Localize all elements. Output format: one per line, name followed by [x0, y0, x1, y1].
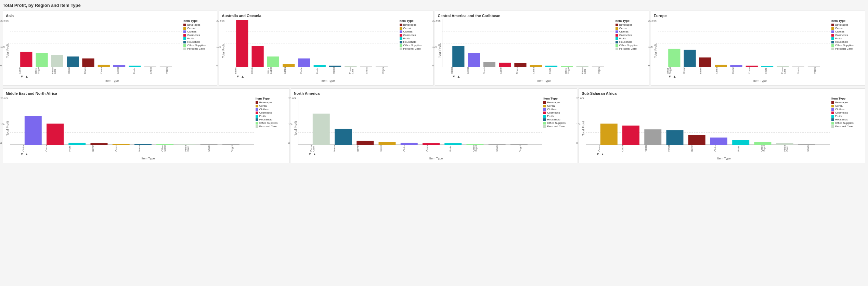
svg-rect-24	[514, 63, 526, 67]
sort-desc-button[interactable]: ▼	[596, 152, 599, 156]
sort-asc-button[interactable]: ▲	[673, 75, 676, 78]
x-label-cereal: Cereal	[380, 145, 403, 152]
legend-item-office-supplies: Office Supplies	[616, 44, 646, 47]
legend-label: Fruits	[619, 37, 626, 40]
sort-desc-button[interactable]: ▼	[20, 152, 24, 156]
legend-label: Cereal	[259, 104, 268, 107]
legend-title: Item Type	[543, 97, 574, 100]
chart-panel-middle-east-and-north-africa: Middle East and North AfricaTotal Profit…	[3, 88, 289, 163]
legend-item-household: Household	[543, 118, 574, 121]
y-axis-label: Total Profit	[654, 43, 657, 58]
chart-title: Central America and the Caribbean	[438, 14, 646, 18]
axis-mid-label: 10k	[216, 45, 221, 48]
chart-title: Asia	[6, 14, 214, 18]
x-label-beverages: Beverages	[699, 67, 716, 74]
sort-desc-button[interactable]: ▼	[308, 152, 312, 156]
y-axis-label: Total Profit	[6, 121, 9, 136]
legend-label: Office Supplies	[835, 121, 854, 125]
x-label-fruits: Fruits	[68, 145, 92, 152]
legend-color-swatch	[616, 34, 618, 37]
sort-asc-button[interactable]: ▲	[313, 152, 316, 156]
legend-label: Beverages	[835, 101, 848, 104]
x-label-vegetables: Vegetables	[166, 67, 182, 74]
legend-label: Cereal	[835, 27, 843, 30]
legend-label: Office Supplies	[619, 44, 638, 47]
svg-rect-41	[47, 124, 64, 145]
legend-color-swatch	[183, 44, 186, 47]
x-label-household: Household	[451, 67, 467, 74]
legend-label: Office Supplies	[403, 44, 422, 47]
legend-item-cosmetics: Cosmetics	[256, 111, 286, 114]
sort-asc-button[interactable]: ▲	[601, 152, 604, 156]
legend-item-clothes: Clothes	[543, 108, 574, 111]
x-label-personal-care: Personal Care	[781, 67, 798, 74]
sort-asc-button[interactable]: ▲	[25, 75, 28, 78]
chart-panel-australia-and-oceania: Australia and OceaniaTotal Profit20.65k1…	[219, 11, 433, 86]
sort-asc-button[interactable]: ▲	[241, 75, 244, 78]
sort-controls: ▼▲	[20, 152, 286, 156]
x-label-fruits: Fruits	[449, 145, 472, 152]
legend-color-swatch	[831, 37, 834, 40]
sort-desc-button[interactable]: ▼	[20, 75, 24, 78]
x-label-cosmetics: Cosmetics	[621, 145, 645, 152]
legend-item-cereal: Cereal	[400, 27, 430, 30]
sort-asc-button[interactable]: ▲	[25, 152, 28, 156]
x-labels: CerealCosmeticsVegetablesHouseholdBevera…	[586, 145, 830, 152]
legend-label: Personal Care	[403, 47, 421, 50]
svg-rect-22	[483, 62, 495, 67]
legend-label: Office Supplies	[187, 44, 206, 47]
legend-color-swatch	[616, 48, 618, 50]
y-axis-label: Total Profit	[438, 43, 441, 58]
legend-label: Cereal	[187, 27, 195, 30]
legend-item-office-supplies: Office Supplies	[256, 121, 286, 125]
svg-rect-12	[267, 56, 279, 67]
sort-desc-button[interactable]: ▼	[236, 75, 239, 78]
x-label-snacks: Snacks	[365, 67, 382, 74]
axis-max-label: 20.65k	[288, 97, 297, 100]
sort-asc-button[interactable]: ▲	[457, 75, 460, 78]
sort-desc-button[interactable]: ▼	[668, 75, 672, 78]
legend-item-cereal: Cereal	[543, 104, 574, 107]
legend-item-clothes: Clothes	[831, 30, 862, 33]
x-label-office-supplies: Office Supplies	[472, 145, 496, 152]
x-label-office-supplies: Office Supplies	[565, 67, 581, 74]
chart-panel-sub-saharan-africa: Sub-Saharan AfricaTotal Profit20.65k10k0…	[579, 88, 865, 163]
y-axis-label: Total Profit	[6, 43, 9, 58]
axis-mid-label: 10k	[648, 45, 653, 48]
sort-desc-button[interactable]: ▼	[452, 75, 456, 78]
x-labels: CosmeticsOffice SuppliesPersonal CareHou…	[10, 67, 182, 74]
legend-color-swatch	[616, 30, 618, 33]
svg-rect-63	[666, 130, 684, 145]
legend-color-swatch	[831, 112, 834, 114]
legend-item-cosmetics: Cosmetics	[831, 111, 862, 114]
legend: Item TypeBeveragesCerealClothesCosmetics…	[616, 19, 646, 51]
svg-rect-21	[468, 53, 480, 67]
legend-label: Cosmetics	[259, 111, 272, 114]
svg-rect-5	[98, 65, 110, 67]
legend-item-cereal: Cereal	[256, 104, 286, 107]
x-labels: Personal CareHouseholdBeveragesCerealClo…	[298, 145, 542, 152]
y-axis-label: Total Profit	[294, 121, 297, 136]
svg-rect-11	[252, 46, 264, 67]
legend-label: Cosmetics	[403, 34, 416, 37]
legend-item-beverages: Beverages	[183, 23, 214, 26]
bars-svg	[586, 97, 830, 145]
legend-label: Fruits	[403, 37, 410, 40]
page-title: Total Profit, by Region and Item Type	[3, 3, 865, 8]
x-labels: BeveragesCosmeticsOffice SuppliesCerealC…	[226, 67, 398, 74]
axis-zero-label: 0	[432, 64, 434, 67]
legend-label: Fruits	[547, 115, 554, 118]
legend-title: Item Type	[256, 97, 286, 100]
legend-item-fruits: Fruits	[400, 37, 430, 40]
x-label-cereal: Cereal	[598, 145, 621, 152]
x-label-snacks: Snacks	[797, 67, 814, 74]
sort-controls: ▼▲	[596, 152, 862, 156]
legend-color-swatch	[183, 24, 186, 26]
legend-item-personal-care: Personal Care	[616, 47, 646, 50]
axis-mid-label: 10k	[0, 45, 5, 48]
legend-item-fruits: Fruits	[616, 37, 646, 40]
legend-color-swatch	[400, 44, 402, 47]
x-label-office-supplies: Office Supplies	[161, 145, 184, 152]
legend-item-personal-care: Personal Care	[400, 47, 430, 50]
bars-container: 20.65k10k0BeveragesCosmeticsOffice Suppl…	[226, 19, 398, 74]
